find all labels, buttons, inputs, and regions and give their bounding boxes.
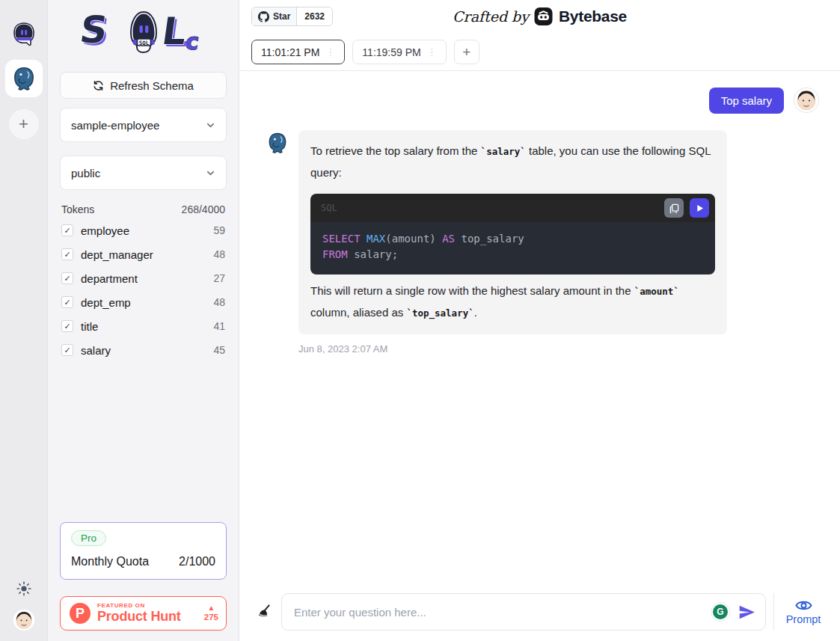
code-block-header: SQL — [310, 194, 715, 222]
table-name: dept_emp — [81, 296, 213, 309]
tab-menu-dots-icon[interactable]: ⋮ — [427, 46, 437, 58]
composer-bar: G Prompt — [239, 587, 840, 641]
composer-divider — [773, 593, 774, 631]
database-select[interactable]: sample-employee — [60, 108, 227, 142]
table-row: ✓ salary 45 — [60, 338, 227, 362]
schema-select[interactable]: public — [60, 156, 227, 190]
database-select-value: sample-employee — [71, 119, 159, 132]
github-star-button[interactable]: Star 2632 — [251, 7, 333, 26]
message-timestamp: Jun 8, 2023 2:07 AM — [298, 343, 819, 355]
star-count: 2632 — [297, 7, 332, 25]
inline-code: `top_salary` — [406, 307, 473, 319]
table-row: ✓ employee 59 — [60, 218, 227, 242]
inline-code: `amount` — [634, 286, 679, 297]
refresh-schema-label: Refresh Schema — [110, 79, 194, 92]
broom-icon — [254, 603, 272, 622]
tab-menu-dots-icon[interactable]: ⋮ — [325, 46, 335, 58]
sql-chat-app: + S S — [0, 0, 840, 641]
sql-code-block: SQL — [310, 194, 715, 275]
inline-code: `salary` — [481, 146, 526, 157]
new-tab-button[interactable]: + — [454, 40, 479, 64]
user-message-bubble: Top salary — [709, 88, 784, 114]
play-icon — [696, 204, 704, 212]
chevron-down-icon — [206, 168, 215, 178]
assistant-paragraph-1: To retrieve the top salary from the `sal… — [310, 141, 715, 183]
table-checkbox[interactable]: ✓ — [61, 272, 73, 284]
main-panel: Star 2632 Crafted by Bytebase 11:01:21 P… — [239, 0, 840, 641]
send-button[interactable] — [738, 603, 756, 622]
tokens-label: Tokens — [61, 203, 94, 215]
upvote-arrow-icon: ▲ — [204, 604, 218, 613]
grammarly-icon[interactable]: G — [711, 602, 730, 622]
product-hunt-badge[interactable]: P FEATURED ON Product Hunt ▲ 275 — [60, 596, 227, 631]
table-token-count: 59 — [213, 224, 225, 236]
table-token-count: 48 — [213, 296, 225, 308]
table-name: title — [81, 320, 213, 333]
table-token-count: 48 — [213, 248, 225, 260]
eye-icon — [795, 599, 812, 612]
table-checkbox[interactable]: ✓ — [61, 224, 73, 236]
table-checkbox[interactable]: ✓ — [61, 320, 73, 332]
table-name: department — [81, 272, 213, 285]
svg-text:SQL: SQL — [138, 40, 149, 46]
tokens-summary: Tokens 268/4000 — [61, 203, 225, 215]
quota-card: Pro Monthly Quota 2/1000 — [60, 522, 227, 580]
upvote-count: ▲ 275 — [204, 604, 218, 623]
postgresql-elephant-icon — [11, 66, 37, 91]
refresh-icon — [93, 80, 104, 91]
assistant-paragraph-2: This will return a single row with the h… — [310, 280, 715, 324]
table-token-count: 27 — [213, 272, 225, 284]
table-checkbox[interactable]: ✓ — [61, 296, 73, 308]
assistant-message-bubble: To retrieve the top salary from the `sal… — [298, 130, 727, 334]
table-name: salary — [81, 344, 213, 357]
clear-conversation-button[interactable] — [251, 601, 274, 623]
user-message-row: Top salary — [266, 88, 819, 114]
product-hunt-name: Product Hunt — [97, 610, 204, 624]
chat-messages: Top salary — [239, 71, 840, 641]
table-token-count: 41 — [213, 320, 225, 332]
tokens-count: 268/4000 — [182, 203, 225, 215]
code-language-label: SQL — [321, 203, 658, 213]
sidebar: S S SQL L L c — [48, 0, 239, 641]
new-conversation-button[interactable]: + — [9, 109, 39, 139]
star-label: Star — [273, 11, 290, 22]
github-icon — [258, 11, 269, 22]
code-content: SELECT MAX(amount) AS top_salary FROM sa… — [310, 222, 715, 275]
svg-text:c: c — [183, 28, 200, 55]
user-avatar — [794, 88, 819, 113]
quota-value: 2/1000 — [179, 555, 215, 568]
table-checkbox[interactable]: ✓ — [61, 344, 73, 356]
product-hunt-logo: P — [70, 603, 91, 624]
quota-label: Monthly Quota — [71, 555, 149, 568]
bytebase-logo-icon — [534, 7, 554, 26]
send-icon — [738, 603, 756, 622]
tab-label: 11:19:59 PM — [362, 46, 420, 58]
sqlchat-logo: S S SQL L L c — [60, 4, 227, 61]
table-row: ✓ dept_emp 48 — [60, 290, 227, 314]
tab-conversation-2[interactable]: 11:19:59 PM ⋮ — [352, 40, 446, 64]
table-name: dept_manager — [81, 248, 213, 261]
robot-icon — [10, 21, 37, 48]
table-name: employee — [81, 224, 213, 237]
crafted-by-brand: Crafted by Bytebase — [453, 7, 627, 26]
table-row: ✓ department 27 — [60, 266, 227, 290]
run-query-button[interactable] — [690, 198, 709, 218]
question-input[interactable] — [294, 606, 711, 619]
crafted-by-label: Crafted by — [453, 8, 529, 25]
prompt-button[interactable]: Prompt — [782, 599, 825, 625]
table-checkbox[interactable]: ✓ — [61, 248, 73, 260]
refresh-schema-button[interactable]: Refresh Schema — [60, 72, 227, 99]
conversation-rail: + — [0, 0, 48, 641]
postgresql-assistant-avatar — [266, 132, 289, 154]
table-row: ✓ title 41 — [60, 314, 227, 338]
user-profile-avatar[interactable] — [13, 610, 34, 631]
tab-label: 11:01:21 PM — [261, 46, 319, 58]
assistant-bot-conversation-avatar[interactable] — [10, 21, 37, 48]
postgres-conversation-tile[interactable] — [5, 60, 43, 97]
pro-badge: Pro — [71, 530, 106, 546]
table-row: ✓ dept_manager 48 — [60, 242, 227, 266]
copy-code-button[interactable] — [664, 198, 684, 218]
tab-conversation-1[interactable]: 11:01:21 PM ⋮ — [251, 40, 345, 64]
table-token-count: 45 — [213, 344, 225, 356]
theme-toggle-sun-icon[interactable] — [16, 581, 31, 596]
